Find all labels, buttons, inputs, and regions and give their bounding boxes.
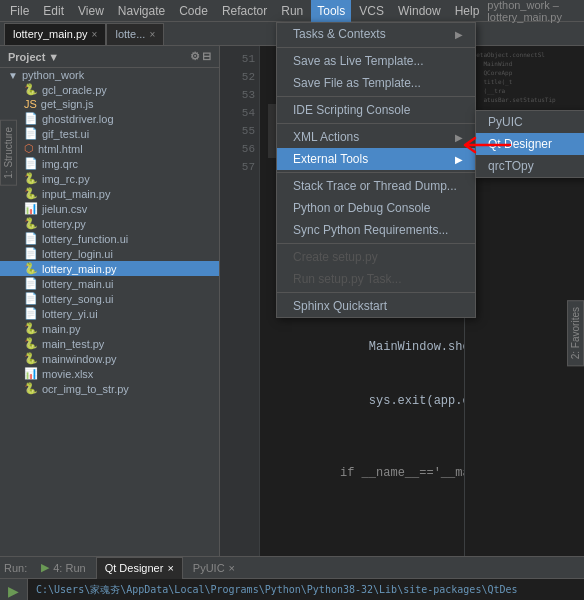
tab-close-icon-2[interactable]: × — [149, 29, 155, 40]
menu-stack-trace-label: Stack Trace or Thread Dump... — [293, 179, 457, 193]
tab-lotte[interactable]: lotte... × — [106, 23, 164, 45]
menu-view[interactable]: View — [72, 0, 110, 22]
submenu-qrctopy[interactable]: qrcTOpy — [476, 155, 584, 177]
file-name: jielun.csv — [42, 203, 87, 215]
menu-file[interactable]: File — [4, 0, 35, 22]
menu-window[interactable]: Window — [392, 0, 447, 22]
file-name: lottery_login.ui — [42, 248, 113, 260]
submenu-pyuic-label: PyUIC — [488, 115, 523, 129]
tree-root[interactable]: ▼ python_work — [0, 68, 219, 82]
menu-tasks[interactable]: Tasks & Contexts ▶ — [277, 23, 475, 45]
submenu-pyuic[interactable]: PyUIC — [476, 111, 584, 133]
list-item[interactable]: 🐍input_main.py — [0, 186, 219, 201]
menu-run[interactable]: Run — [275, 0, 309, 22]
sidebar-header: Project ▼ ⚙ ⊟ — [0, 46, 219, 68]
list-item[interactable]: 📄ghostdriver.log — [0, 111, 219, 126]
list-item[interactable]: 📄gif_test.ui — [0, 126, 219, 141]
list-item[interactable]: 🐍ocr_img_to_str.py — [0, 381, 219, 396]
list-item[interactable]: 🐍gcl_oracle.py — [0, 82, 219, 97]
menu-ide-scripting[interactable]: IDE Scripting Console — [277, 99, 475, 121]
list-item[interactable]: 🐍main_test.py — [0, 336, 219, 351]
file-name: get_sign.js — [41, 98, 94, 110]
list-item[interactable]: 🐍img_rc.py — [0, 171, 219, 186]
submenu-qt-designer[interactable]: Qt Designer — [476, 133, 584, 155]
list-item[interactable]: 🐍main.py — [0, 321, 219, 336]
log-icon: 📄 — [24, 112, 38, 125]
tab-pyuic[interactable]: PyUIC × — [185, 557, 243, 579]
tab-pyuic-label: PyUIC — [193, 562, 225, 574]
menu-code[interactable]: Code — [173, 0, 214, 22]
file-name: lottery_song.ui — [42, 293, 114, 305]
list-item[interactable]: 🐍lottery.py — [0, 216, 219, 231]
ui-icon-5: 📄 — [24, 292, 38, 305]
folder-expand-icon: ▼ — [8, 70, 18, 81]
sidebar: Project ▼ ⚙ ⊟ ▼ python_work 🐍gcl_oracle.… — [0, 46, 220, 556]
bottom-panel: Run: ▶ 4: Run Qt Designer × PyUIC × ▶ ■ … — [0, 556, 584, 600]
file-name: lottery_main.ui — [42, 278, 114, 290]
menu-vcs[interactable]: VCS — [353, 0, 390, 22]
favorites-label[interactable]: 2: Favorites — [567, 300, 584, 366]
ui-icon-4: 📄 — [24, 277, 38, 290]
submenu-qrctopy-label: qrcTOpy — [488, 159, 534, 173]
file-name: gcl_oracle.py — [42, 84, 107, 96]
tab-lottery-main[interactable]: lottery_main.py × — [4, 23, 106, 45]
list-item[interactable]: JSget_sign.js — [0, 97, 219, 111]
list-item[interactable]: 📄lottery_function.ui — [0, 231, 219, 246]
menu-external-tools[interactable]: External Tools ▶ — [277, 148, 475, 170]
menu-sphinx[interactable]: Sphinx Quickstart — [277, 295, 475, 317]
list-item[interactable]: 📊movie.xlsx — [0, 366, 219, 381]
file-name-selected: lottery_main.py — [42, 263, 117, 275]
menu-save-live[interactable]: Save as Live Template... — [277, 50, 475, 72]
tab-qt-close[interactable]: × — [167, 562, 173, 574]
menu-stack-trace[interactable]: Stack Trace or Thread Dump... — [277, 175, 475, 197]
menu-help[interactable]: Help — [449, 0, 486, 22]
preview-line: QMetaObject.connectSl — [469, 50, 580, 59]
code-line — [268, 428, 456, 446]
menu-xml-actions[interactable]: XML Actions ▶ — [277, 126, 475, 148]
file-name: lottery_function.ui — [42, 233, 128, 245]
ui-icon-6: 📄 — [24, 307, 38, 320]
menu-create-setup: Create setup.py — [277, 246, 475, 268]
tab-run[interactable]: ▶ 4: Run — [33, 557, 93, 579]
list-item[interactable]: 📄lottery_login.ui — [0, 246, 219, 261]
list-item-selected[interactable]: 🐍lottery_main.py — [0, 261, 219, 276]
menu-sync-python[interactable]: Sync Python Requirements... — [277, 219, 475, 241]
list-item[interactable]: 📄lottery_song.ui — [0, 291, 219, 306]
list-item[interactable]: 🐍mainwindow.py — [0, 351, 219, 366]
sidebar-expand-icon[interactable]: ⊟ — [202, 50, 211, 63]
tab-close-icon[interactable]: × — [92, 29, 98, 40]
code-line: MainWindow.show() — [268, 320, 456, 374]
file-name: lottery_yi.ui — [42, 308, 98, 320]
file-name: main_test.py — [42, 338, 104, 350]
py-icon-2: 🐍 — [24, 172, 38, 185]
file-name: mainwindow.py — [42, 353, 117, 365]
py-icon-5: 🐍 — [24, 262, 38, 275]
run-play-button[interactable]: ▶ — [5, 583, 23, 599]
submenu-qt-designer-label: Qt Designer — [488, 137, 552, 151]
menu-run-setup: Run setup.py Task... — [277, 268, 475, 290]
menu-divider-4 — [277, 172, 475, 173]
py-icon-8: 🐍 — [24, 352, 38, 365]
xlsx-icon: 📊 — [24, 367, 38, 380]
list-item[interactable]: 📊jielun.csv — [0, 201, 219, 216]
list-item[interactable]: 📄lottery_yi.ui — [0, 306, 219, 321]
menu-refactor[interactable]: Refactor — [216, 0, 273, 22]
tab-pyuic-close[interactable]: × — [229, 562, 235, 574]
menu-python-debug[interactable]: Python or Debug Console — [277, 197, 475, 219]
menu-create-setup-label: Create setup.py — [293, 250, 378, 264]
tab-qt-designer[interactable]: Qt Designer × — [96, 557, 183, 579]
list-item[interactable]: ⬡html.html — [0, 141, 219, 156]
file-name: html.html — [38, 143, 83, 155]
tab-run-label: 4: Run — [53, 562, 85, 574]
structure-label[interactable]: 1: Structure — [0, 120, 17, 186]
project-label: Project ▼ — [8, 51, 59, 63]
menu-navigate[interactable]: Navigate — [112, 0, 171, 22]
menu-ide-scripting-label: IDE Scripting Console — [293, 103, 410, 117]
sidebar-settings-icon[interactable]: ⚙ — [190, 50, 200, 63]
list-item[interactable]: 📄img.qrc — [0, 156, 219, 171]
list-item[interactable]: 📄lottery_main.ui — [0, 276, 219, 291]
menu-run-setup-label: Run setup.py Task... — [293, 272, 402, 286]
menu-save-file[interactable]: Save File as Template... — [277, 72, 475, 94]
menu-edit[interactable]: Edit — [37, 0, 70, 22]
menu-tools[interactable]: Tools — [311, 0, 351, 22]
